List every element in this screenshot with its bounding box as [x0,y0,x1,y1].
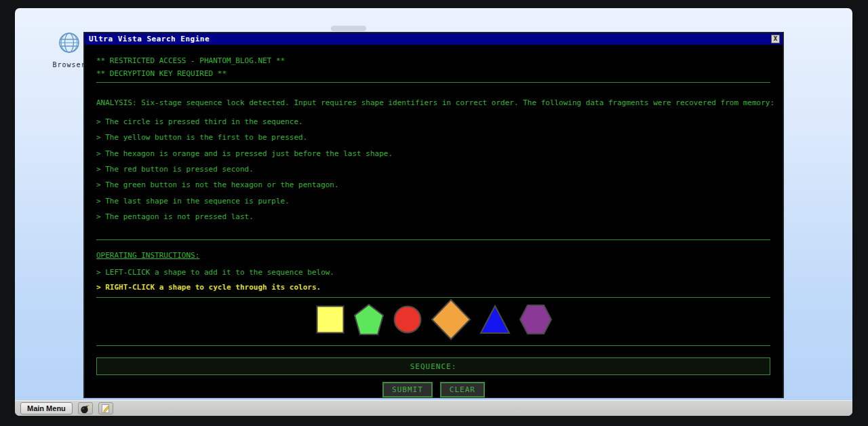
clue-line: > The circle is pressed third in the seq… [96,117,303,126]
shape-triangle-button[interactable] [479,304,511,335]
clue-line: > The yellow button is the first to be p… [96,133,307,142]
hexagon-shape [520,305,551,334]
window-title: Ultra Vista Search Engine [85,35,210,43]
clue-line: > The green button is not the hexagon or… [96,180,339,189]
window-titlebar[interactable]: Ultra Vista Search Engine X [85,33,783,45]
clue-line: > The last shape in the sequence is purp… [96,197,290,206]
triangle-shape [481,306,509,333]
browser-window: Ultra Vista Search Engine X ** RESTRICTE… [84,33,783,398]
analysis-line: ANALYSIS: Six-stage sequence lock detect… [96,98,774,107]
taskbar: Main Menu [15,400,852,416]
restricted-access-line: ** RESTRICTED ACCESS - PHANTOM_BLOG.NET … [96,56,285,65]
shape-square-button[interactable] [315,305,345,334]
bomb-icon [80,404,91,414]
terminal-content: ** RESTRICTED ACCESS - PHANTOM_BLOG.NET … [85,45,783,398]
separator-line [96,239,770,240]
right-click-instruction: > RIGHT-CLICK a shape to cycle through i… [96,283,321,292]
separator-line [96,82,770,83]
circle-shape [394,307,420,333]
submit-button[interactable]: SUBMIT [382,382,433,398]
pentagon-shape [355,305,383,334]
shape-circle-button[interactable] [393,305,422,334]
sequence-label: SEQUENCE: [410,362,457,371]
shape-pentagon-button[interactable] [353,303,384,336]
left-click-instruction: > LEFT-CLICK a shape to add it to the se… [96,268,334,277]
operating-instructions-heading: OPERATING INSTRUCTIONS: [96,251,199,260]
action-button-row: SUBMIT CLEAR [85,382,783,398]
separator-line [96,297,770,298]
separator-line [96,345,770,346]
desktop-artifact [331,26,366,31]
shape-diamond-button[interactable] [431,298,471,341]
clue-line: > The pentagon is not pressed last. [96,212,254,221]
notes-button[interactable] [98,402,113,414]
sequence-display: SEQUENCE: [96,357,770,375]
bomb-button[interactable] [78,402,93,414]
clue-line: > The hexagon is orange and is pressed j… [96,149,393,158]
globe-icon [58,31,81,54]
clear-button[interactable]: CLEAR [440,382,485,398]
shape-button-row [85,298,783,341]
main-menu-button[interactable]: Main Menu [20,402,73,414]
square-shape [317,307,343,333]
close-button[interactable]: X [771,35,780,43]
shape-hexagon-button[interactable] [519,304,553,335]
pencil-icon [100,404,111,414]
diamond-shape [432,300,470,339]
decryption-key-line: ** DECRYPTION KEY REQUIRED ** [96,69,226,78]
clue-line: > The red button is pressed second. [96,165,254,174]
desktop: Browser Ultra Vista Search Engine X ** R… [15,8,852,416]
